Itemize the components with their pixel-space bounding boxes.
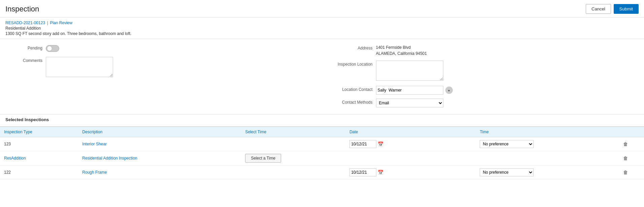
time-select[interactable]: No preference: [480, 140, 534, 148]
inspection-location-row: Inspection Location: [329, 61, 639, 82]
inspection-desc-link[interactable]: Residential Addition Inspection: [82, 156, 137, 161]
table-row: 123Interior Shear📅No preference🗑: [0, 137, 644, 151]
record-desc: 1300 SQ FT second story add on. Three be…: [5, 31, 639, 36]
delete-cell: 🗑: [619, 137, 644, 151]
contact-methods-field: Email Phone: [376, 99, 639, 107]
time-cell: [476, 151, 619, 166]
table-header-row: Inspection Type Description Select Time …: [0, 127, 644, 137]
col-header-select-time: Select Time: [241, 127, 345, 137]
pending-toggle[interactable]: [46, 45, 59, 52]
contact-methods-select[interactable]: Email Phone: [376, 99, 443, 107]
time-select[interactable]: No preference: [480, 168, 534, 176]
date-input[interactable]: [349, 168, 376, 176]
inspections-table-container: Inspection Type Description Select Time …: [0, 126, 644, 179]
date-input[interactable]: [349, 140, 376, 148]
delete-cell: 🗑: [619, 151, 644, 166]
contact-methods-row: Contact Methods Email Phone: [329, 99, 639, 107]
select-time-button[interactable]: Select a Time: [245, 154, 281, 163]
select-time-cell: [241, 137, 345, 151]
page-title: Inspection: [5, 5, 39, 13]
form-right: Address 1401 Fernside Blvd ALAMEDA, Cali…: [322, 44, 639, 111]
location-contact-input[interactable]: [376, 86, 443, 95]
comments-label: Comments: [5, 57, 46, 63]
inspection-desc-cell: Residential Addition Inspection: [78, 151, 241, 166]
table-row: 122Rough Frame📅No preference🗑: [0, 166, 644, 179]
record-type: Residential Addition: [5, 26, 639, 31]
pending-label: Pending: [5, 44, 46, 50]
comments-row: Comments: [5, 57, 315, 78]
address-line1: 1401 Fernside Blvd: [376, 44, 427, 50]
inspection-type-cell: 122: [0, 166, 78, 179]
breadcrumb-separator: |: [47, 21, 48, 25]
delete-icon[interactable]: 🗑: [623, 170, 628, 175]
select-time-cell: [241, 166, 345, 179]
inspection-desc-link[interactable]: Interior Shear: [82, 142, 107, 146]
address-line2: ALAMEDA, California 94501: [376, 50, 427, 57]
address-row: Address 1401 Fernside Blvd ALAMEDA, Cali…: [329, 44, 639, 57]
select-time-cell: Select a Time: [241, 151, 345, 166]
section-title: Selected Inspections: [0, 114, 644, 125]
page-header: Inspection Cancel Submit: [0, 0, 644, 18]
col-header-delete: [619, 127, 644, 137]
inspection-desc-link[interactable]: Rough Frame: [82, 170, 107, 175]
date-cell: 📅: [345, 137, 476, 151]
col-header-date: Date: [345, 127, 476, 137]
contact-methods-label: Contact Methods: [329, 99, 376, 105]
inspection-desc-cell: Rough Frame: [78, 166, 241, 179]
location-contact-row: Location Contact ●: [329, 86, 639, 95]
inspection-desc-cell: Interior Shear: [78, 137, 241, 151]
time-cell: No preference: [476, 137, 619, 151]
address-label: Address: [329, 44, 376, 50]
table-row: ResAdditionResidential Addition Inspecti…: [0, 151, 644, 166]
location-contact-label: Location Contact: [329, 86, 376, 92]
calendar-icon[interactable]: 📅: [378, 141, 383, 147]
inspection-location-input[interactable]: [376, 61, 443, 81]
inspections-table: Inspection Type Description Select Time …: [0, 127, 644, 179]
pending-field: [46, 44, 315, 53]
inspection-type-cell: 123: [0, 137, 78, 151]
delete-icon[interactable]: 🗑: [623, 156, 628, 161]
address-value: 1401 Fernside Blvd ALAMEDA, California 9…: [376, 44, 427, 57]
calendar-icon[interactable]: 📅: [378, 170, 383, 175]
pending-row: Pending: [5, 44, 315, 53]
date-cell: [345, 151, 476, 166]
inspection-location-label: Inspection Location: [329, 61, 376, 67]
col-header-desc: Description: [78, 127, 241, 137]
inspection-type-cell: ResAddition: [0, 151, 78, 166]
contact-search-icon[interactable]: ●: [445, 87, 453, 94]
delete-cell: 🗑: [619, 166, 644, 179]
delete-icon[interactable]: 🗑: [623, 141, 628, 147]
submit-button[interactable]: Submit: [614, 4, 639, 14]
header-buttons: Cancel Submit: [586, 4, 639, 14]
time-cell: No preference: [476, 166, 619, 179]
inspection-location-field: [376, 61, 639, 82]
breadcrumb-plan-review: Plan Review: [50, 21, 72, 25]
inspection-type-link[interactable]: ResAddition: [4, 156, 26, 161]
comments-textarea[interactable]: [46, 57, 113, 77]
date-cell: 📅: [345, 166, 476, 179]
breadcrumb-record-link[interactable]: RESADD-2021-00123: [5, 21, 45, 25]
breadcrumb-section: RESADD-2021-00123 | Plan Review Resident…: [0, 18, 644, 39]
comments-field-wrap: [46, 57, 315, 78]
location-contact-field: ●: [376, 86, 639, 95]
col-header-time: Time: [476, 127, 619, 137]
form-section: Pending Comments Address 1401 Fernside B…: [0, 39, 644, 114]
toggle-knob: [47, 46, 52, 51]
cancel-button[interactable]: Cancel: [586, 4, 611, 14]
form-left: Pending Comments: [5, 44, 322, 111]
col-header-type: Inspection Type: [0, 127, 78, 137]
